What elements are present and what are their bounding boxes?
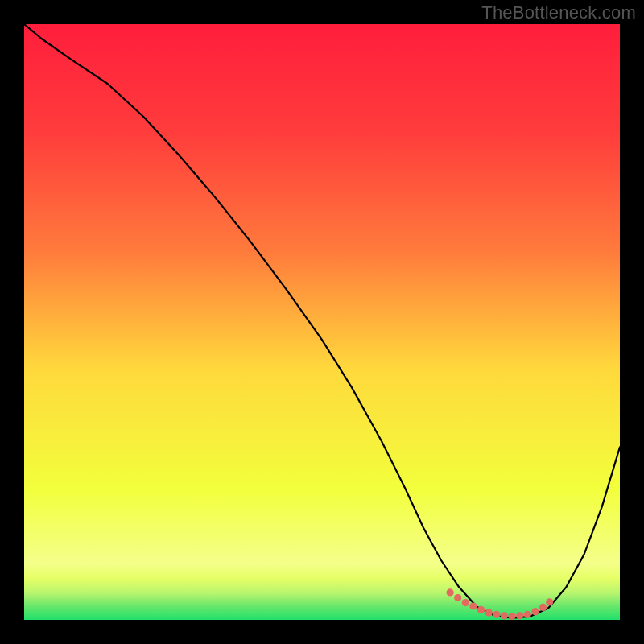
valley-marker (531, 608, 539, 615)
plot-area (24, 24, 620, 620)
valley-marker (516, 612, 523, 619)
valley-marker (501, 612, 508, 619)
valley-marker (508, 613, 515, 620)
chart-svg (24, 24, 620, 620)
valley-marker (524, 611, 531, 618)
valley-marker (469, 602, 477, 609)
valley-marker (462, 599, 469, 606)
valley-marker (546, 598, 553, 605)
watermark-text: TheBottleneck.com (481, 2, 636, 23)
valley-marker (454, 594, 461, 601)
gradient-background (24, 24, 620, 620)
valley-marker (485, 609, 493, 617)
valley-marker (447, 588, 454, 596)
valley-marker (539, 604, 547, 611)
chart-frame: TheBottleneck.com (0, 0, 644, 644)
valley-marker (493, 611, 500, 618)
valley-marker (477, 606, 485, 613)
